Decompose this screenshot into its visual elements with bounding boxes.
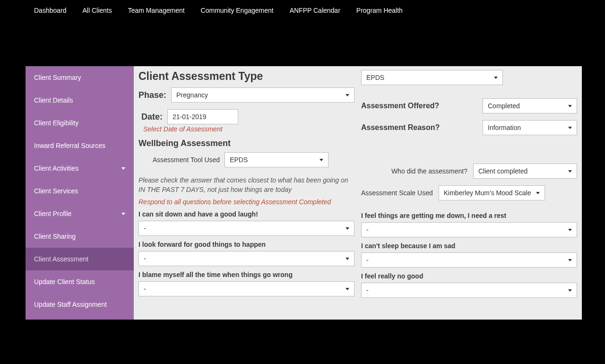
question-value: - (366, 256, 369, 264)
left-column: Client Assessment Type Phase: Pregnancy … (138, 70, 354, 320)
topnav-item[interactable]: Team Management (128, 7, 185, 14)
assessment-type-select[interactable]: EPDS (361, 70, 503, 85)
who-label: Who did the assessment? (391, 167, 467, 175)
question-select[interactable]: - (361, 252, 577, 268)
sidebar-item-label: Client Details (34, 96, 73, 104)
sidebar-item[interactable]: Client Profile (26, 202, 134, 225)
phase-row: Phase: Pregnancy (138, 87, 354, 103)
sidebar-item-label: Client Services (34, 187, 78, 195)
reason-row: Assessment Reason? Information (361, 120, 577, 135)
chevron-down-icon (320, 159, 323, 161)
tool-value: EPDS (230, 156, 248, 164)
chevron-down-icon (346, 94, 349, 96)
question-value: - (366, 226, 369, 234)
offered-value: Completed (488, 102, 520, 110)
wellbeing-heading: Wellbeing Assessment (138, 139, 354, 148)
sidebar-item-label: Client Sharing (34, 233, 76, 240)
chevron-down-icon (568, 259, 572, 261)
chevron-down-icon (346, 258, 349, 260)
question-label: I can sit down and have a good laugh! (138, 210, 354, 218)
topnav-item[interactable]: ANFPP Calendar (290, 7, 340, 14)
page-title: Client Assessment Type (138, 70, 354, 83)
chevron-down-icon (346, 288, 349, 290)
sidebar-item-label: Client Summary (34, 74, 81, 81)
chevron-down-icon (121, 213, 125, 215)
topnav-item[interactable]: All Clients (83, 7, 112, 14)
sidebar-item[interactable]: Client Sharing (26, 225, 134, 248)
sidebar-item-label: Client Eligibility (34, 119, 78, 127)
topnav-item[interactable]: Community Engagement (201, 7, 274, 14)
warn-text: Respond to all questions before selectin… (138, 198, 354, 206)
assessment-type-value: EPDS (366, 74, 384, 81)
top-nav: DashboardAll ClientsTeam ManagementCommu… (0, 0, 605, 21)
who-row: Who did the assessment? Client completed (361, 164, 577, 179)
sidebar-item[interactable]: Client Eligibility (26, 112, 134, 134)
tool-label: Assessment Tool Used (153, 156, 220, 164)
chevron-down-icon (568, 289, 572, 292)
sidebar-item[interactable]: Inward Referral Sources (26, 134, 134, 157)
tool-row: Assessment Tool Used EPDS (138, 152, 354, 167)
sidebar-item[interactable]: Client Details (26, 89, 134, 112)
scale-row: Assessment Scale Used Kimberley Mum's Mo… (361, 185, 577, 200)
app-shell: Client SummaryClient DetailsClient Eligi… (26, 66, 582, 320)
question-select[interactable]: - (138, 281, 354, 296)
sidebar-item-label: Update Client Status (34, 278, 95, 286)
reason-select[interactable]: Information (483, 120, 577, 135)
phase-select[interactable]: Pregnancy (171, 87, 354, 103)
tool-select[interactable]: EPDS (225, 152, 328, 167)
scale-select[interactable]: Kimberley Mum's Mood Scale (439, 185, 545, 200)
right-column: EPDS Assessment Offered? Completed Asses… (361, 70, 577, 320)
date-input[interactable]: 21-01-2019 (167, 109, 238, 124)
scale-label: Assessment Scale Used (361, 189, 433, 197)
question-select[interactable]: - (138, 221, 354, 236)
phase-label: Phase: (138, 90, 166, 100)
sidebar-item[interactable]: Client Assessment (26, 248, 134, 270)
question-select[interactable]: - (361, 283, 577, 298)
sidebar: Client SummaryClient DetailsClient Eligi… (26, 66, 134, 320)
sidebar-item[interactable]: Client Activities (26, 157, 134, 180)
question-select[interactable]: - (138, 251, 354, 266)
who-select[interactable]: Client completed (473, 164, 577, 179)
date-helper: Select Date of Assessment (143, 125, 354, 133)
sidebar-item-label: Client Activities (34, 165, 78, 172)
sidebar-item-label: Inward Referral Sources (34, 142, 105, 149)
date-row: Date: 21-01-2019 Select Date of Assessme… (138, 109, 354, 133)
chevron-down-icon (121, 167, 125, 170)
question-label: I can't sleep because I am sad (361, 242, 577, 250)
left-questions: I can sit down and have a good laugh!-I … (138, 206, 354, 296)
chevron-down-icon (568, 170, 572, 173)
question-label: I look forward for good things to happen (138, 241, 354, 248)
offered-select[interactable]: Completed (483, 98, 577, 113)
chevron-down-icon (536, 192, 540, 194)
topnav-item[interactable]: Program Health (356, 7, 403, 14)
sidebar-item[interactable]: Update Client Status (26, 270, 134, 293)
instructions-text: Please check the answer that comes close… (138, 176, 354, 194)
chevron-down-icon (568, 127, 572, 129)
sidebar-item-label: Update Staff Assignment (34, 301, 107, 308)
sidebar-item[interactable]: Client Services (26, 180, 134, 202)
main-content: Client Assessment Type Phase: Pregnancy … (134, 66, 582, 320)
topnav-item[interactable]: Dashboard (34, 7, 67, 14)
sidebar-item[interactable]: Client Summary (26, 66, 134, 89)
offered-row: Assessment Offered? Completed (361, 98, 577, 113)
question-value: - (144, 225, 146, 232)
offered-label: Assessment Offered? (361, 102, 439, 110)
question-value: - (366, 286, 369, 294)
reason-label: Assessment Reason? (361, 123, 440, 132)
chevron-down-icon (568, 105, 572, 107)
question-value: - (144, 285, 146, 293)
reason-value: Information (488, 124, 521, 131)
date-value: 21-01-2019 (173, 113, 207, 121)
sidebar-item-label: Client Assessment (34, 255, 88, 263)
chevron-down-icon (494, 77, 498, 79)
right-questions: I feel things are getting me down, I nee… (361, 207, 577, 298)
chevron-down-icon (568, 229, 572, 231)
sidebar-item-label: Client Profile (34, 210, 71, 217)
chevron-down-icon (346, 227, 349, 230)
question-label: I feel really no good (361, 272, 577, 280)
question-select[interactable]: - (361, 222, 577, 237)
date-label: Date: (141, 112, 163, 122)
phase-value: Pregnancy (176, 91, 208, 99)
who-value: Client completed (478, 167, 527, 175)
sidebar-item[interactable]: Update Staff Assignment (26, 293, 134, 316)
